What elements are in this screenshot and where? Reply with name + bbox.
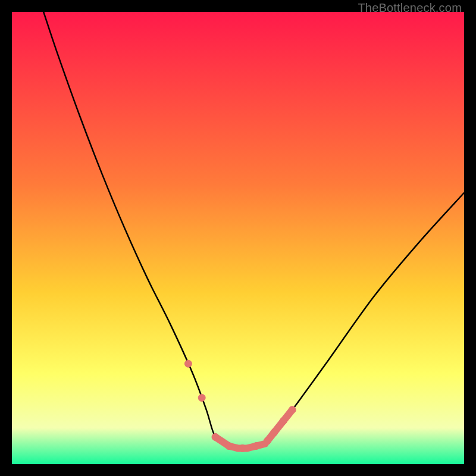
sweet-spot-marker bbox=[280, 418, 287, 425]
chart-svg bbox=[12, 12, 464, 464]
sweet-spot-marker bbox=[198, 394, 205, 402]
sweet-spot-marker bbox=[271, 429, 278, 436]
sweet-spot-marker bbox=[252, 443, 259, 450]
chart-frame bbox=[12, 12, 464, 464]
sweet-spot-marker bbox=[184, 360, 192, 367]
watermark-text: TheBottleneck.com bbox=[358, 1, 462, 15]
sweet-spot-marker bbox=[226, 443, 233, 450]
sweet-spot-marker bbox=[264, 437, 271, 444]
sweet-spot-marker bbox=[239, 444, 246, 452]
sweet-spot-marker bbox=[289, 406, 296, 414]
sweet-spot-marker bbox=[212, 433, 219, 440]
gradient-background bbox=[12, 12, 464, 464]
